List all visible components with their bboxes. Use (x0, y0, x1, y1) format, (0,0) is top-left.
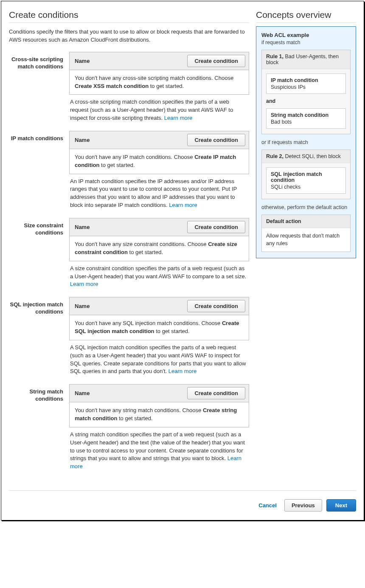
otherwise-text: otherwise, perform the default action (261, 204, 351, 210)
condition-description: An IP match condition specifies the IP a… (69, 174, 249, 209)
condition-empty-message: You don't have any string match conditio… (70, 402, 249, 427)
intro-text: Conditions specify the filters that you … (9, 28, 249, 44)
condition-subtitle: Suspicious IPs (271, 84, 306, 90)
previous-button[interactable]: Previous (284, 499, 322, 512)
condition-title: IP match condition (271, 77, 341, 83)
column-header-name: Name (73, 224, 90, 230)
condition-description: A SQL injection match condition specifie… (69, 340, 249, 376)
condition-block: IP match conditions Name Create conditio… (9, 131, 249, 209)
condition-block: Size constraint conditions Name Create c… (9, 218, 249, 288)
learn-more-link[interactable]: Learn more (70, 281, 98, 287)
condition-label: IP match conditions (9, 131, 69, 209)
rule-2-label: Rule 2, (266, 153, 284, 159)
or-if-text: or if requests match (261, 139, 351, 145)
condition-box: Name Create condition You don't have any… (69, 131, 249, 174)
condition-subtitle: SQLi checks (271, 184, 300, 190)
condition-block: Cross-site scripting match conditions Na… (9, 52, 249, 122)
condition-label: Size constraint conditions (9, 218, 69, 288)
rule-1-header: Rule 1, Bad User-Agents, then block (262, 50, 350, 69)
condition-description: A cross-site scripting match condition s… (69, 95, 249, 122)
condition-box: Name Create condition You don't have any… (69, 384, 249, 427)
condition-empty-message: You don't have any IP match conditions. … (70, 149, 249, 174)
create-condition-button[interactable]: Create condition (187, 134, 245, 146)
page-title: Create conditions (9, 10, 249, 23)
rule-2-text: Detect SQLi, then block (284, 153, 341, 159)
condition-subtitle: Bad bots (271, 119, 292, 125)
learn-more-link[interactable]: Learn more (169, 202, 197, 208)
rule-2-header: Rule 2, Detect SQLi, then block (262, 150, 350, 163)
example-title: Web ACL example (261, 32, 351, 38)
column-header-name: Name (73, 303, 90, 309)
column-header-name: Name (73, 137, 90, 143)
create-condition-button[interactable]: Create condition (187, 387, 245, 399)
rule-1-condition-2: String match condition Bad bots (266, 108, 346, 129)
condition-empty-message: You don't have any size constraint condi… (70, 236, 249, 261)
and-label: and (266, 98, 346, 104)
condition-description: A size constraint condition specifies th… (69, 261, 249, 289)
condition-title: String match condition (271, 112, 341, 118)
create-condition-button[interactable]: Create condition (187, 221, 245, 233)
rule-2-condition-1: SQL injection match condition SQLi check… (266, 167, 346, 194)
rule-1-box: Rule 1, Bad User-Agents, then block IP m… (261, 50, 351, 134)
condition-label: String match conditions (9, 384, 69, 471)
cancel-link[interactable]: Cancel (258, 502, 277, 509)
rule-2-box: Rule 2, Detect SQLi, then block SQL inje… (261, 150, 351, 199)
next-button[interactable]: Next (326, 499, 356, 512)
condition-empty-message: You don't have any SQL injection match c… (70, 315, 249, 340)
condition-title: SQL injection match condition (271, 171, 341, 183)
condition-label: SQL injection match conditions (9, 297, 69, 376)
condition-empty-message: You don't have any cross-site scripting … (70, 70, 249, 95)
column-header-name: Name (73, 58, 90, 64)
learn-more-link[interactable]: Learn more (164, 115, 192, 121)
condition-box: Name Create condition You don't have any… (69, 52, 249, 95)
condition-description: A string match condition specifies the p… (69, 427, 249, 471)
concepts-title: Concepts overview (256, 10, 356, 23)
rule-1-condition-1: IP match condition Suspicious IPs (266, 74, 346, 94)
learn-more-link[interactable]: Learn more (168, 368, 197, 374)
condition-label: Cross-site scripting match conditions (9, 52, 69, 122)
condition-box: Name Create condition You don't have any… (69, 218, 249, 261)
column-header-name: Name (73, 390, 90, 396)
condition-block: String match conditions Name Create cond… (9, 384, 249, 471)
concepts-panel: Web ACL example if requests match Rule 1… (256, 26, 356, 258)
wizard-footer: Cancel Previous Next (9, 490, 356, 512)
default-action-header: Default action (262, 215, 350, 228)
if-match-text: if requests match (261, 40, 351, 45)
condition-block: SQL injection match conditions Name Crea… (9, 297, 249, 376)
create-condition-button[interactable]: Create condition (187, 55, 245, 67)
create-condition-button[interactable]: Create condition (187, 300, 245, 312)
default-action-body: Allow requests that don't match any rule… (262, 228, 350, 252)
rule-1-label: Rule 1, (266, 54, 284, 59)
condition-box: Name Create condition You don't have any… (69, 297, 249, 340)
default-action-box: Default action Allow requests that don't… (261, 215, 351, 252)
